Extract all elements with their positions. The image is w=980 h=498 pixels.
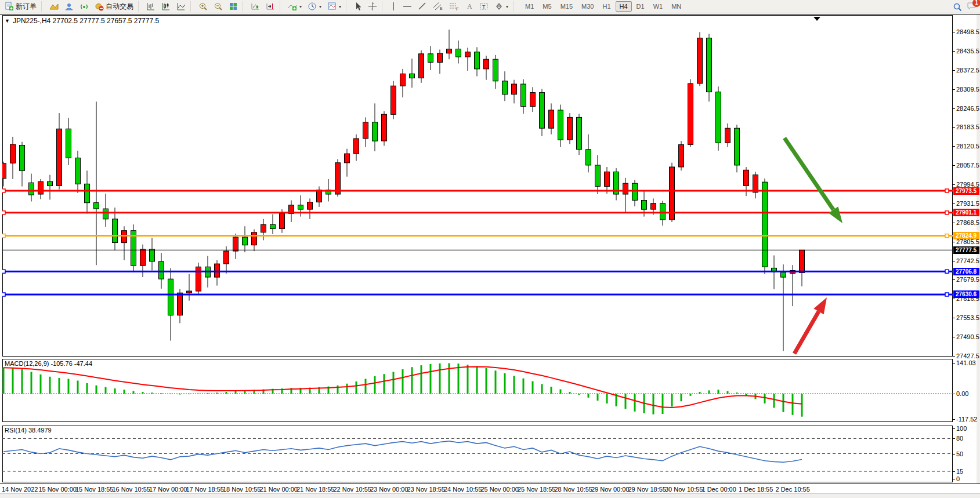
axis-tick-mark (953, 203, 955, 204)
price-line-badge: 27973.5 (953, 187, 979, 195)
axis-tick-mark (953, 337, 955, 337)
dropdown-arrow-icon: ▾ (299, 4, 302, 9)
community-icon (64, 2, 74, 11)
candle-chart-type-button[interactable] (159, 1, 173, 12)
fibonacci-icon: F (449, 2, 460, 11)
periods-button[interactable]: ▾ (305, 1, 324, 12)
crosshair-tool-button[interactable] (366, 1, 379, 12)
signals-button[interactable] (77, 1, 91, 12)
horizontal-line-tool-button[interactable] (400, 1, 414, 12)
indicators-button[interactable]: ▾ (285, 1, 304, 12)
axis-tick-mark (953, 51, 955, 52)
rsi-indicator-label: RSI(14) 38.4979 (5, 427, 52, 434)
chart-shift-button[interactable] (263, 1, 277, 12)
market-depth-button[interactable] (47, 1, 61, 12)
price-axis-label: 28435.5 (956, 48, 979, 54)
axis-tick-mark (953, 356, 955, 357)
price-axis-label: 28120.5 (956, 143, 979, 150)
auto-scroll-button[interactable] (248, 1, 262, 12)
fibonacci-tool-button[interactable]: F (447, 1, 462, 12)
price-axis-label: 28183.5 (956, 123, 979, 130)
vertical-line-tool-button[interactable] (388, 1, 399, 12)
search-icon[interactable] (953, 2, 962, 12)
toolbar-separator (243, 1, 246, 12)
timeframe-button-MN[interactable]: MN (667, 1, 685, 12)
chart-header: ▼ JPN225-,H4 27702.5 27777.5 27657.5 277… (5, 17, 159, 25)
rsi-panel-canvas[interactable] (2, 426, 953, 482)
price-axis-label: 28372.5 (956, 67, 979, 74)
time-axis-label: 15 Nov 18:55 (75, 486, 113, 493)
price-axis-label: 27679.5 (956, 276, 979, 283)
chart-shift-icon (266, 2, 275, 11)
new-order-icon (5, 2, 14, 11)
cursor-tool-button[interactable] (352, 1, 364, 12)
notifications-button[interactable]: 1 (967, 1, 977, 13)
axis-tick-mark (953, 223, 955, 223)
templates-button[interactable]: ▾ (325, 1, 343, 12)
toolbar-separator (513, 1, 516, 12)
price-line-badge: 27777.5 (953, 246, 979, 254)
time-axis-label: 2 Dec 10:55 (776, 486, 810, 493)
line-chart-type-button[interactable] (174, 1, 188, 12)
trendline-tool-button[interactable] (415, 1, 429, 12)
price-axis-label: 27553.5 (956, 314, 979, 321)
macd-panel-canvas[interactable] (2, 359, 953, 422)
price-axis: 28498.528435.528372.528309.528246.528183… (953, 14, 980, 494)
time-axis-label: 1 Dec 18:55 (739, 486, 773, 493)
time-axis-label: 24 Nov 10:55 (444, 486, 482, 493)
timeframe-button-H1[interactable]: H1 (598, 1, 614, 12)
timeframe-button-M30[interactable]: M30 (577, 1, 598, 12)
macd-axis-label: 0.00 (956, 390, 968, 397)
timeframe-button-M1[interactable]: M1 (521, 1, 538, 12)
main-chart-canvas[interactable] (2, 15, 953, 357)
add-indicator-icon (288, 2, 297, 11)
new-order-button[interactable]: 新订单 (2, 1, 39, 12)
axis-tick-mark (953, 242, 955, 242)
timeframe-button-W1[interactable]: W1 (649, 1, 667, 12)
template-icon (327, 2, 337, 11)
tile-windows-button[interactable] (226, 1, 240, 12)
toolbar-separator (346, 1, 349, 12)
price-axis-label: 28246.5 (956, 105, 979, 112)
zoom-in-button[interactable] (196, 1, 210, 12)
text-tool-button[interactable]: A (463, 1, 476, 12)
time-axis-label: 23 Nov 18:55 (407, 486, 445, 493)
text-label-tool-button[interactable]: T (477, 1, 491, 12)
text-label-icon: T (479, 2, 489, 11)
dropdown-arrow-icon: ▾ (506, 4, 508, 9)
bar-chart-type-button[interactable] (144, 1, 158, 12)
price-axis-label: 27742.5 (956, 257, 979, 264)
auto-scroll-icon (251, 2, 260, 11)
svg-text:F: F (456, 7, 458, 11)
axis-tick-mark (953, 108, 955, 109)
timeframe-button-M5[interactable]: M5 (538, 1, 555, 12)
time-axis-label: 14 Nov 2022 (2, 486, 38, 493)
community-button[interactable] (62, 1, 76, 12)
timeframe-button-D1[interactable]: D1 (632, 1, 649, 12)
price-line-badge: 27630.6 (953, 290, 979, 298)
time-axis-label: 29 Nov 00:00 (591, 486, 629, 493)
axis-tick-mark (953, 146, 955, 147)
axis-tick-mark (953, 428, 955, 429)
zoom-in-icon (198, 2, 208, 11)
macd-axis-label: 141.03 (956, 359, 976, 366)
rsi-axis-label: 100 (956, 425, 967, 432)
axis-tick-mark (953, 32, 955, 32)
chart-title: JPN225-,H4 27702.5 27777.5 27657.5 27777… (13, 17, 159, 25)
auto-trading-button[interactable]: 自动交易 (92, 1, 136, 12)
price-line-badge: 27824.9 (953, 232, 979, 239)
channel-tool-button[interactable]: E (431, 1, 446, 12)
zoom-out-button[interactable] (211, 1, 225, 12)
time-axis[interactable]: 14 Nov 202215 Nov 00:0015 Nov 18:5516 No… (0, 484, 980, 493)
timeframe-button-M15[interactable]: M15 (556, 1, 577, 12)
price-axis-label: 28309.5 (956, 86, 979, 93)
rsi-axis-label: 0 (956, 475, 960, 482)
time-axis-label: 28 Nov 10:55 (555, 486, 592, 493)
gold-chart-icon (49, 2, 59, 11)
time-axis-label: 30 Nov 10:55 (665, 486, 703, 493)
shapes-tool-button[interactable]: ▾ (492, 1, 511, 12)
rsi-axis-label: 80 (956, 435, 963, 442)
one-click-trading-toggle[interactable]: ▼ (5, 18, 10, 24)
timeframe-button-H4[interactable]: H4 (616, 1, 632, 12)
status-bar (0, 493, 980, 498)
